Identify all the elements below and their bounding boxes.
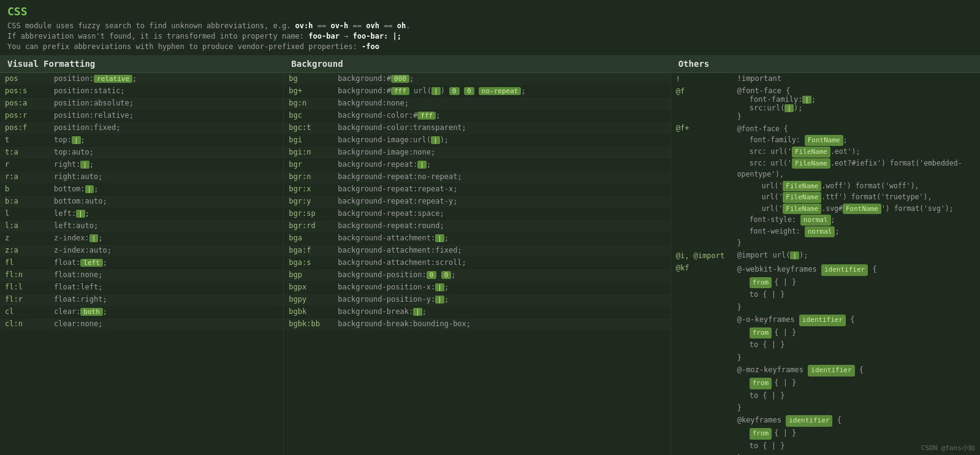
list-item: bgp background-position:0 0; <box>284 269 670 281</box>
list-item: bgr background-repeat:|; <box>284 159 670 171</box>
prop-val: right:auto; <box>54 172 278 181</box>
prop-val: clear:none; <box>54 319 278 328</box>
visual-formatting-column: Visual Formatting pos position:relative;… <box>0 55 284 455</box>
list-item: bga:f background-attachment:fixed; <box>284 245 670 257</box>
prop-key: z:a <box>5 246 54 254</box>
prop-key: pos:f <box>5 123 54 132</box>
prop-key: bgi <box>289 136 338 144</box>
list-item: bgr:rd background-repeat:round; <box>284 220 670 232</box>
prop-val: background-repeat:round; <box>338 221 665 230</box>
prop-key: bgr <box>289 160 338 169</box>
prop-key: b:a <box>5 197 54 205</box>
prop-val: @import url(|); <box>737 251 975 259</box>
prop-key: bgr:n <box>289 172 338 181</box>
prop-val: background-attachment:|; <box>338 234 665 242</box>
list-item: fl:l float:left; <box>0 281 283 294</box>
footer-note: CSDN @fans小知 <box>921 443 975 453</box>
list-item: bgr:x background-repeat:repeat-x; <box>284 183 670 196</box>
background-header: Background <box>284 55 670 73</box>
prop-val: background-position-y:|; <box>338 295 665 304</box>
prop-val: background-position-x:|; <box>338 283 665 291</box>
prop-val: background:none; <box>338 99 665 107</box>
prop-val: float:none; <box>54 270 278 279</box>
others-column: Others ! !important @f @font-face { font… <box>671 55 980 455</box>
list-item: @f @font-face { font-family:|; src:url(|… <box>671 85 980 122</box>
prop-key: bgc:t <box>289 123 338 132</box>
prop-val: position:relative; <box>54 111 278 120</box>
prop-val: background-position:0 0; <box>338 270 665 279</box>
list-item: @kf @-webkit-keyframes identifier { from… <box>671 262 980 455</box>
prop-key: bgr:y <box>289 197 338 205</box>
prop-key: @kf <box>676 263 737 272</box>
prop-val: background-repeat:no-repeat; <box>338 172 665 181</box>
prop-key: fl:r <box>5 295 54 304</box>
prop-val: top:|; <box>54 136 278 144</box>
header: CSS CSS module uses fuzzy search to find… <box>0 0 980 55</box>
prop-val: background:#fff url(|) 0 0 no-repeat; <box>338 86 665 95</box>
prop-key: r <box>5 160 54 169</box>
prop-val: z-index:auto; <box>54 246 278 254</box>
prop-key: cl:n <box>5 319 54 328</box>
prop-val: @-webkit-keyframes identifier { from{ | … <box>737 263 975 455</box>
prop-key: @f <box>676 86 737 96</box>
list-item: bgbk background-break:|; <box>284 306 670 318</box>
prop-key: bga:f <box>289 246 338 254</box>
prop-val: position:fixed; <box>54 123 278 132</box>
prop-key: fl <box>5 258 54 267</box>
prop-val: float:left; <box>54 258 278 267</box>
prop-key: bg+ <box>289 86 338 95</box>
prop-val: clear:both; <box>54 307 278 316</box>
prop-val: background-repeat:space; <box>338 209 665 218</box>
prop-key: @f+ <box>676 123 737 132</box>
prop-key: pos:s <box>5 86 54 95</box>
list-item: fl float:left; <box>0 257 283 269</box>
prop-val: background-repeat:|; <box>338 160 665 169</box>
list-item: bgc background-color:#fff; <box>284 110 670 122</box>
prop-val: background-repeat:repeat-x; <box>338 185 665 193</box>
prop-val: background-image:none; <box>338 148 665 156</box>
prop-val: bottom:|; <box>54 185 278 193</box>
prop-val: background-attachment:scroll; <box>338 258 665 267</box>
prop-key: bgr:rd <box>289 221 338 230</box>
list-item: @i, @import @import url(|); <box>671 250 980 262</box>
prop-val: @font-face { font-family: FontName; src:… <box>737 123 975 248</box>
prop-key: r:a <box>5 172 54 181</box>
visual-formatting-header: Visual Formatting <box>0 55 283 73</box>
prop-val: float:left; <box>54 283 278 291</box>
prop-key: pos <box>5 74 54 83</box>
prop-key: bgbk <box>289 307 338 316</box>
list-item: @f+ @font-face { font-family: FontName; … <box>671 122 980 250</box>
prop-val: background:#000; <box>338 74 665 83</box>
prop-key: bgpx <box>289 283 338 291</box>
prop-val: background-break:bounding-box; <box>338 319 665 328</box>
desc-line-2: If abbreviation wasn't found, it is tran… <box>7 32 973 40</box>
prop-key: bg <box>289 74 338 83</box>
list-item: fl:n float:none; <box>0 269 283 281</box>
list-item: bga:s background-attachment:scroll; <box>284 257 670 269</box>
prop-val: z-index:|; <box>54 234 278 242</box>
prop-key: t:a <box>5 148 54 156</box>
list-item: b bottom:|; <box>0 183 283 196</box>
prop-val: background-color:transparent; <box>338 123 665 132</box>
prop-val: background-image:url(|); <box>338 136 665 144</box>
prop-val: float:right; <box>54 295 278 304</box>
list-item: bgr:y background-repeat:repeat-y; <box>284 196 670 208</box>
list-item: r right:|; <box>0 159 283 171</box>
list-item: bgpx background-position-x:|; <box>284 281 670 294</box>
prop-key: pos:a <box>5 99 54 107</box>
list-item: pos:f position:fixed; <box>0 122 283 134</box>
others-header: Others <box>671 55 980 73</box>
list-item: z z-index:|; <box>0 232 283 245</box>
prop-val: right:|; <box>54 160 278 169</box>
list-item: l left:|; <box>0 208 283 220</box>
list-item: cl:n clear:none; <box>0 318 283 331</box>
prop-val: left:|; <box>54 209 278 218</box>
list-item: bgr:sp background-repeat:space; <box>284 208 670 220</box>
list-item: r:a right:auto; <box>0 171 283 183</box>
list-item: t:a top:auto; <box>0 147 283 159</box>
list-item: bg+ background:#fff url(|) 0 0 no-repeat… <box>284 85 670 98</box>
desc-line-3: You can prefix abbreviations with hyphen… <box>7 42 973 51</box>
prop-key: bgpy <box>289 295 338 304</box>
list-item: bgc:t background-color:transparent; <box>284 122 670 134</box>
prop-val: position:relative; <box>54 74 278 83</box>
